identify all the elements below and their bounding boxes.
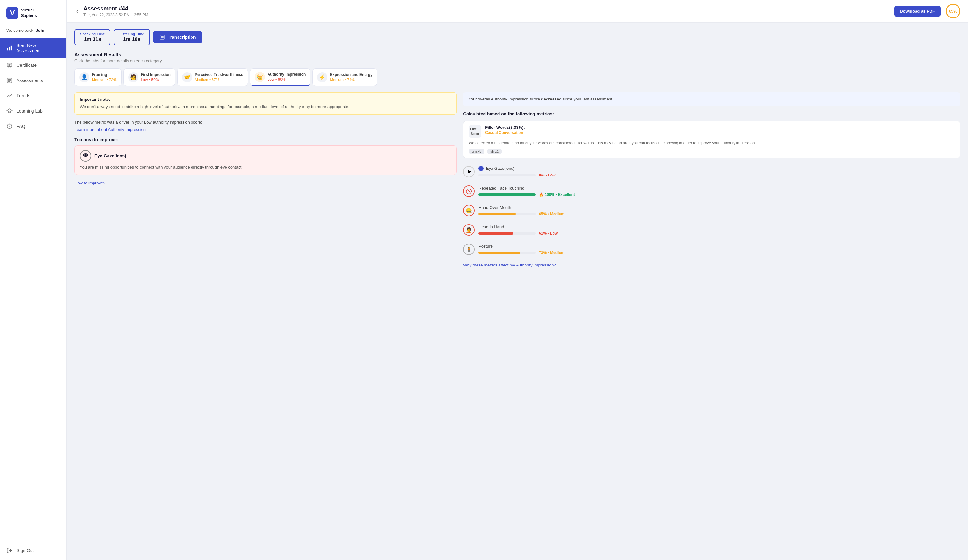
face-touching-icon: 🚫 bbox=[463, 186, 475, 197]
signout-icon bbox=[7, 547, 13, 553]
sidebar-nav: Start New Assessment Certificate Assessm… bbox=[0, 38, 66, 540]
posture-icon: 🧍 bbox=[463, 244, 475, 255]
hand-over-mouth-icon: 🤐 bbox=[463, 205, 475, 216]
header-right: Download as PDF 65% bbox=[894, 4, 960, 18]
how-to-improve-link[interactable]: How to improve? bbox=[75, 181, 106, 186]
head-in-hand-name: Head In Hand bbox=[479, 225, 960, 229]
important-note-card: Important note: We don't always need to … bbox=[75, 92, 457, 115]
improvement-card-header: 👁 Eye Gaze(lens) bbox=[80, 150, 451, 162]
tab-expression-energy[interactable]: ⚡ Expression and Energy Medium • 74% bbox=[312, 68, 377, 86]
listening-time-tab: Listening Time 1m 10s bbox=[114, 29, 149, 45]
assessment-date: Tue, Aug 22, 2023 3:52 PM – 3:55 PM bbox=[83, 13, 148, 17]
header-title-block: Assessment #44 Tue, Aug 22, 2023 3:52 PM… bbox=[83, 5, 148, 17]
filler-icon: Like…Umm bbox=[469, 125, 481, 138]
svg-rect-2 bbox=[7, 48, 8, 50]
metric-face-touching: 🚫 Repeated Face Touching 🔥 100% • Excell… bbox=[463, 182, 960, 201]
metric-posture: 🧍 Posture 73% • Medium bbox=[463, 240, 960, 259]
tab-trustworthiness[interactable]: 🤝 Perceived Trustworthiness Medium • 67% bbox=[177, 68, 248, 86]
metrics-title: Calculated based on the following metric… bbox=[463, 111, 960, 116]
speaking-time-tab: Speaking Time 1m 31s bbox=[75, 29, 110, 45]
right-panel: Your overall Authority Impression score … bbox=[463, 92, 960, 267]
head-in-hand-icon: 🤦 bbox=[463, 224, 475, 236]
hand-over-mouth-bar bbox=[479, 213, 536, 215]
overall-score-circle: 65% bbox=[946, 4, 960, 18]
face-touching-bar bbox=[479, 193, 536, 196]
eye-gaze-name: i Eye Gaze(lens) bbox=[479, 166, 960, 171]
sidebar: V Virtual Sapiens Welcome back, John Sta… bbox=[0, 0, 67, 560]
header: ‹ Assessment #44 Tue, Aug 22, 2023 3:52 … bbox=[67, 0, 968, 23]
framing-icon: 👤 bbox=[79, 72, 90, 82]
improvement-card-text: You are missing opportunities to connect… bbox=[80, 164, 451, 171]
tag-um: um x5 bbox=[469, 149, 484, 154]
download-pdf-button[interactable]: Download as PDF bbox=[894, 6, 941, 17]
content-area: Speaking Time 1m 31s Listening Time 1m 1… bbox=[67, 23, 968, 560]
face-touching-name: Repeated Face Touching bbox=[479, 186, 960, 191]
metric-eye-gaze: 👁 i Eye Gaze(lens) 0% • Low bbox=[463, 162, 960, 182]
filler-tags: um x5 uh x1 bbox=[469, 149, 955, 154]
sidebar-footer: Sign Out bbox=[0, 540, 66, 560]
svg-rect-5 bbox=[7, 63, 12, 66]
important-note-title: Important note: bbox=[80, 97, 451, 102]
welcome-text: Welcome back, John bbox=[0, 25, 66, 38]
category-tabs: 👤 Framing Medium • 72% 🧑 First Impressio… bbox=[75, 68, 960, 86]
trustworthiness-icon: 🤝 bbox=[182, 72, 192, 82]
time-tabs-row: Speaking Time 1m 31s Listening Time 1m 1… bbox=[75, 29, 960, 45]
eye-gaze-info-badge: i bbox=[479, 166, 484, 171]
results-subtitle: Click the tabs for more details on each … bbox=[75, 58, 960, 63]
logo-text: Virtual Sapiens bbox=[21, 8, 37, 18]
tag-uh: uh x1 bbox=[487, 149, 502, 154]
tab-framing[interactable]: 👤 Framing Medium • 72% bbox=[75, 68, 121, 86]
authority-icon: 👑 bbox=[255, 72, 265, 82]
filler-words-card: Like…Umm Filler Words(3.33%): Casual Con… bbox=[463, 121, 960, 158]
certificate-icon bbox=[7, 62, 13, 68]
svg-rect-4 bbox=[11, 46, 12, 51]
metric-head-in-hand: 🤦 Head In Hand 61% • Low bbox=[463, 220, 960, 240]
top-area-title: Top area to improve: bbox=[75, 137, 457, 142]
posture-bar bbox=[479, 252, 536, 254]
head-in-hand-bar bbox=[479, 232, 536, 235]
chart-icon bbox=[7, 45, 13, 51]
main-content: ‹ Assessment #44 Tue, Aug 22, 2023 3:52 … bbox=[67, 0, 968, 560]
results-header: Assessment Results: Click the tabs for m… bbox=[75, 52, 960, 63]
header-left: ‹ Assessment #44 Tue, Aug 22, 2023 3:52 … bbox=[75, 5, 148, 17]
assessments-icon bbox=[7, 77, 13, 84]
svg-rect-3 bbox=[9, 47, 10, 50]
logo-icon: V bbox=[7, 7, 18, 19]
trends-icon bbox=[7, 93, 13, 99]
eye-gaze-bar bbox=[479, 174, 536, 177]
sidebar-item-certificate[interactable]: Certificate bbox=[0, 58, 66, 73]
back-button[interactable]: ‹ bbox=[75, 7, 80, 15]
sidebar-item-assessments[interactable]: Assessments bbox=[0, 73, 66, 88]
learning-icon bbox=[7, 108, 13, 114]
sidebar-item-start-assessment[interactable]: Start New Assessment bbox=[0, 38, 66, 58]
two-column-layout: Important note: We don't always need to … bbox=[75, 92, 960, 267]
signout-button[interactable]: Sign Out bbox=[7, 547, 60, 553]
tab-first-impression[interactable]: 🧑 First Impression Low • 50% bbox=[123, 68, 175, 86]
faq-icon bbox=[7, 123, 13, 129]
svg-text:V: V bbox=[10, 9, 15, 17]
sidebar-item-trends[interactable]: Trends bbox=[0, 88, 66, 103]
sidebar-item-faq[interactable]: FAQ bbox=[0, 119, 66, 134]
important-note-text: We don't always need to strike a high le… bbox=[80, 104, 451, 110]
eye-gaze-progress-icon: 👁 bbox=[463, 166, 475, 177]
assessment-title: Assessment #44 bbox=[83, 5, 148, 12]
tab-authority[interactable]: 👑 Authority Impression Low • 60% bbox=[250, 68, 311, 86]
transcription-icon bbox=[159, 34, 165, 40]
driver-text: The below metric was a driver in your Lo… bbox=[75, 120, 457, 125]
expression-icon: ⚡ bbox=[317, 72, 327, 82]
progress-metrics-container: 👁 i Eye Gaze(lens) 0% • Low bbox=[463, 162, 960, 259]
transcription-button[interactable]: Transcription bbox=[153, 31, 202, 43]
svg-point-8 bbox=[9, 66, 10, 68]
posture-name: Posture bbox=[479, 244, 960, 249]
logo: V Virtual Sapiens bbox=[0, 0, 66, 25]
left-panel: Important note: We don't always need to … bbox=[75, 92, 457, 267]
results-title: Assessment Results: bbox=[75, 52, 960, 57]
learn-more-link[interactable]: Learn more about Authority Impression bbox=[75, 127, 457, 132]
overall-note: Your overall Authority Impression score … bbox=[463, 92, 960, 106]
metric-hand-over-mouth: 🤐 Hand Over Mouth 65% • Medium bbox=[463, 201, 960, 220]
hand-over-mouth-name: Hand Over Mouth bbox=[479, 205, 960, 210]
sidebar-item-learning-lab[interactable]: Learning Lab bbox=[0, 103, 66, 119]
improvement-card: 👁 Eye Gaze(lens) You are missing opportu… bbox=[75, 145, 457, 175]
eye-gaze-icon: 👁 bbox=[80, 150, 91, 162]
why-metrics-link[interactable]: Why these metrics affect my Authority Im… bbox=[463, 263, 960, 267]
